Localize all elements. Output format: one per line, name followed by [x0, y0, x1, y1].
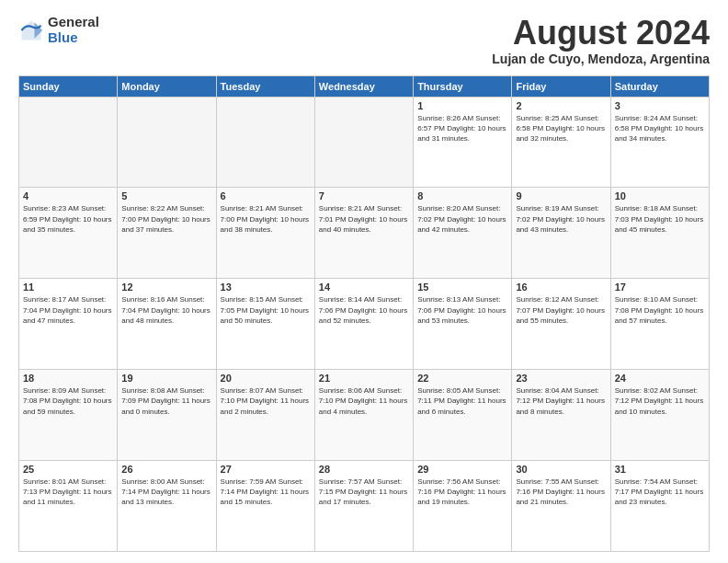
- calendar-cell-4-5: 30Sunrise: 7:55 AM Sunset: 7:16 PM Dayli…: [512, 461, 610, 552]
- day-number: 25: [23, 464, 113, 475]
- calendar-cell-2-2: 13Sunrise: 8:15 AM Sunset: 7:05 PM Dayli…: [216, 279, 314, 370]
- calendar-cell-4-3: 28Sunrise: 7:57 AM Sunset: 7:15 PM Dayli…: [314, 461, 413, 552]
- day-info: Sunrise: 7:54 AM Sunset: 7:17 PM Dayligh…: [615, 477, 705, 508]
- calendar-cell-4-6: 31Sunrise: 7:54 AM Sunset: 7:17 PM Dayli…: [610, 461, 709, 552]
- week-row-5: 25Sunrise: 8:01 AM Sunset: 7:13 PM Dayli…: [19, 461, 710, 552]
- day-number: 8: [417, 190, 507, 201]
- week-row-1: 1Sunrise: 8:26 AM Sunset: 6:57 PM Daylig…: [19, 97, 710, 188]
- day-number: 15: [417, 282, 507, 293]
- title-block: August 2024 Lujan de Cuyo, Mendoza, Arge…: [492, 15, 710, 66]
- day-info: Sunrise: 8:06 AM Sunset: 7:10 PM Dayligh…: [319, 385, 409, 417]
- day-number: 21: [319, 373, 409, 384]
- calendar-cell-0-3: [314, 97, 413, 188]
- col-tuesday: Tuesday: [216, 75, 314, 97]
- day-info: Sunrise: 8:05 AM Sunset: 7:11 PM Dayligh…: [417, 385, 507, 417]
- day-info: Sunrise: 8:14 AM Sunset: 7:06 PM Dayligh…: [319, 294, 409, 326]
- calendar-cell-2-5: 16Sunrise: 8:12 AM Sunset: 7:07 PM Dayli…: [512, 279, 610, 370]
- day-info: Sunrise: 8:04 AM Sunset: 7:12 PM Dayligh…: [516, 385, 606, 417]
- day-number: 12: [121, 282, 211, 293]
- day-number: 16: [516, 282, 606, 293]
- day-info: Sunrise: 8:21 AM Sunset: 7:01 PM Dayligh…: [319, 203, 409, 235]
- day-info: Sunrise: 7:55 AM Sunset: 7:16 PM Dayligh…: [516, 477, 606, 508]
- day-info: Sunrise: 8:13 AM Sunset: 7:06 PM Dayligh…: [417, 294, 507, 326]
- day-number: 29: [417, 464, 507, 475]
- col-monday: Monday: [118, 75, 216, 97]
- day-info: Sunrise: 8:15 AM Sunset: 7:05 PM Dayligh…: [221, 294, 311, 326]
- day-number: 1: [417, 100, 507, 111]
- day-number: 24: [615, 373, 705, 384]
- calendar-cell-2-4: 15Sunrise: 8:13 AM Sunset: 7:06 PM Dayli…: [414, 279, 512, 370]
- logo-blue-text: Blue: [48, 30, 99, 46]
- day-number: 13: [221, 282, 311, 293]
- day-number: 9: [516, 190, 606, 201]
- calendar-cell-3-4: 22Sunrise: 8:05 AM Sunset: 7:11 PM Dayli…: [414, 370, 512, 461]
- day-info: Sunrise: 8:17 AM Sunset: 7:04 PM Dayligh…: [23, 294, 113, 326]
- calendar-cell-1-5: 9Sunrise: 8:19 AM Sunset: 7:02 PM Daylig…: [512, 188, 610, 279]
- day-info: Sunrise: 8:00 AM Sunset: 7:14 PM Dayligh…: [121, 477, 211, 508]
- col-sunday: Sunday: [19, 75, 118, 97]
- calendar-cell-1-6: 10Sunrise: 8:18 AM Sunset: 7:03 PM Dayli…: [610, 188, 709, 279]
- calendar-cell-3-3: 21Sunrise: 8:06 AM Sunset: 7:10 PM Dayli…: [314, 370, 413, 461]
- col-saturday: Saturday: [610, 75, 709, 97]
- page: General Blue August 2024 Lujan de Cuyo, …: [0, 0, 728, 563]
- day-info: Sunrise: 8:08 AM Sunset: 7:09 PM Dayligh…: [121, 385, 211, 417]
- header: General Blue August 2024 Lujan de Cuyo, …: [18, 15, 710, 66]
- week-row-3: 11Sunrise: 8:17 AM Sunset: 7:04 PM Dayli…: [19, 279, 710, 370]
- day-number: 19: [121, 373, 211, 384]
- calendar-cell-1-0: 4Sunrise: 8:23 AM Sunset: 6:59 PM Daylig…: [19, 188, 118, 279]
- calendar-cell-1-4: 8Sunrise: 8:20 AM Sunset: 7:02 PM Daylig…: [414, 188, 512, 279]
- day-number: 30: [516, 464, 606, 475]
- logo-text: General Blue: [48, 15, 99, 45]
- day-info: Sunrise: 7:59 AM Sunset: 7:14 PM Dayligh…: [221, 477, 311, 508]
- calendar-cell-1-1: 5Sunrise: 8:22 AM Sunset: 7:00 PM Daylig…: [118, 188, 216, 279]
- day-info: Sunrise: 8:22 AM Sunset: 7:00 PM Dayligh…: [121, 203, 211, 235]
- calendar-cell-3-0: 18Sunrise: 8:09 AM Sunset: 7:08 PM Dayli…: [19, 370, 118, 461]
- day-number: 23: [516, 373, 606, 384]
- day-number: 31: [615, 464, 705, 475]
- day-info: Sunrise: 7:56 AM Sunset: 7:16 PM Dayligh…: [417, 477, 507, 508]
- day-number: 10: [615, 190, 705, 201]
- calendar-cell-4-2: 27Sunrise: 7:59 AM Sunset: 7:14 PM Dayli…: [216, 461, 314, 552]
- day-number: 3: [615, 100, 705, 111]
- calendar-title: August 2024: [492, 15, 710, 52]
- day-info: Sunrise: 8:01 AM Sunset: 7:13 PM Dayligh…: [23, 477, 113, 508]
- calendar-cell-0-2: [216, 97, 314, 188]
- day-info: Sunrise: 8:16 AM Sunset: 7:04 PM Dayligh…: [121, 294, 211, 326]
- calendar-cell-0-0: [19, 97, 118, 188]
- calendar-cell-3-6: 24Sunrise: 8:02 AM Sunset: 7:12 PM Dayli…: [610, 370, 709, 461]
- calendar-cell-2-1: 12Sunrise: 8:16 AM Sunset: 7:04 PM Dayli…: [118, 279, 216, 370]
- calendar-cell-4-0: 25Sunrise: 8:01 AM Sunset: 7:13 PM Dayli…: [19, 461, 118, 552]
- calendar-cell-3-2: 20Sunrise: 8:07 AM Sunset: 7:10 PM Dayli…: [216, 370, 314, 461]
- day-info: Sunrise: 8:02 AM Sunset: 7:12 PM Dayligh…: [615, 385, 705, 417]
- week-row-4: 18Sunrise: 8:09 AM Sunset: 7:08 PM Dayli…: [19, 370, 710, 461]
- day-info: Sunrise: 8:23 AM Sunset: 6:59 PM Dayligh…: [23, 203, 113, 235]
- day-number: 27: [221, 464, 311, 475]
- day-number: 18: [23, 373, 113, 384]
- calendar-cell-1-3: 7Sunrise: 8:21 AM Sunset: 7:01 PM Daylig…: [314, 188, 413, 279]
- day-number: 20: [221, 373, 311, 384]
- day-info: Sunrise: 8:12 AM Sunset: 7:07 PM Dayligh…: [516, 294, 606, 326]
- calendar-cell-0-5: 2Sunrise: 8:25 AM Sunset: 6:58 PM Daylig…: [512, 97, 610, 188]
- calendar-cell-2-6: 17Sunrise: 8:10 AM Sunset: 7:08 PM Dayli…: [610, 279, 709, 370]
- calendar-cell-0-6: 3Sunrise: 8:24 AM Sunset: 6:58 PM Daylig…: [610, 97, 709, 188]
- day-info: Sunrise: 8:09 AM Sunset: 7:08 PM Dayligh…: [23, 385, 113, 417]
- calendar-table: Sunday Monday Tuesday Wednesday Thursday…: [18, 75, 710, 552]
- day-info: Sunrise: 8:26 AM Sunset: 6:57 PM Dayligh…: [417, 113, 507, 144]
- calendar-cell-2-3: 14Sunrise: 8:14 AM Sunset: 7:06 PM Dayli…: [314, 279, 413, 370]
- day-info: Sunrise: 8:20 AM Sunset: 7:02 PM Dayligh…: [417, 203, 507, 235]
- day-number: 4: [23, 190, 113, 201]
- calendar-cell-3-1: 19Sunrise: 8:08 AM Sunset: 7:09 PM Dayli…: [118, 370, 216, 461]
- calendar-cell-4-4: 29Sunrise: 7:56 AM Sunset: 7:16 PM Dayli…: [414, 461, 512, 552]
- calendar-subtitle: Lujan de Cuyo, Mendoza, Argentina: [492, 52, 710, 66]
- logo: General Blue: [18, 15, 99, 45]
- day-info: Sunrise: 8:25 AM Sunset: 6:58 PM Dayligh…: [516, 113, 606, 144]
- day-number: 14: [319, 282, 409, 293]
- day-info: Sunrise: 8:24 AM Sunset: 6:58 PM Dayligh…: [615, 113, 705, 144]
- calendar-cell-0-4: 1Sunrise: 8:26 AM Sunset: 6:57 PM Daylig…: [414, 97, 512, 188]
- day-number: 26: [121, 464, 211, 475]
- calendar-cell-2-0: 11Sunrise: 8:17 AM Sunset: 7:04 PM Dayli…: [19, 279, 118, 370]
- day-number: 17: [615, 282, 705, 293]
- day-info: Sunrise: 8:19 AM Sunset: 7:02 PM Dayligh…: [516, 203, 606, 235]
- calendar-cell-4-1: 26Sunrise: 8:00 AM Sunset: 7:14 PM Dayli…: [118, 461, 216, 552]
- week-row-2: 4Sunrise: 8:23 AM Sunset: 6:59 PM Daylig…: [19, 188, 710, 279]
